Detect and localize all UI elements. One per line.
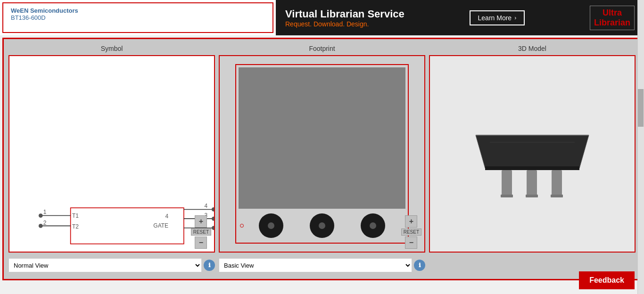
main-preview-area: Symbol 1 2 T1 T2 <box>2 38 642 280</box>
footprint-view-select[interactable]: Basic View Normal View <box>219 258 412 272</box>
model3d-canvas <box>430 56 635 252</box>
footprint-panel-content: + RESET − <box>219 55 425 253</box>
svg-point-14 <box>212 226 214 230</box>
model3d-panel-title: 3D Model <box>429 44 636 53</box>
ad-subtitle: Request. Download. Design. <box>285 20 405 28</box>
symbol-panel: Symbol 1 2 T1 T2 <box>8 44 215 253</box>
svg-text:1: 1 <box>43 209 47 215</box>
svg-point-3 <box>39 213 43 218</box>
learn-more-button[interactable]: Learn More › <box>470 10 525 25</box>
svg-point-4 <box>39 224 43 228</box>
svg-rect-22 <box>502 170 512 196</box>
svg-point-12 <box>212 207 214 212</box>
scrollbar[interactable] <box>637 0 644 294</box>
footprint-zoom-controls: + RESET − <box>401 215 421 249</box>
footprint-info-button[interactable]: ℹ <box>414 260 425 271</box>
pin-hole-2 <box>310 213 334 238</box>
manufacturer-name: WeEN Semiconductors <box>11 7 265 14</box>
footprint-reset-button[interactable]: RESET <box>401 229 421 236</box>
footprint-pins <box>236 209 408 243</box>
svg-text:GATE: GATE <box>153 222 168 229</box>
model3d-svg <box>462 107 603 201</box>
bottom-controls-bar: Normal View Basic View ℹ Basic View Norm… <box>8 256 636 274</box>
svg-rect-24 <box>552 170 562 196</box>
symbol-zoom-minus-button[interactable]: − <box>195 237 207 249</box>
pin-hole-1-inner <box>268 222 274 229</box>
symbol-zoom-controls: + RESET − <box>191 215 211 249</box>
footprint-panel: Footprint <box>219 44 425 253</box>
symbol-svg: 1 2 T1 T2 4 3 4 GATE <box>9 56 214 252</box>
ad-banner: Virtual Librarian Service Request. Downl… <box>276 0 644 35</box>
svg-point-13 <box>212 217 214 221</box>
symbol-info-button[interactable]: ℹ <box>204 260 215 271</box>
pin-hole-3 <box>361 213 385 238</box>
model3d-panel-content <box>429 55 636 253</box>
svg-rect-27 <box>551 195 563 197</box>
ul-brand-name: UltraLibrarian <box>594 8 630 28</box>
ultra-librarian-logo: UltraLibrarian <box>590 6 635 30</box>
footprint-panel-title: Footprint <box>219 44 425 53</box>
footprint-body <box>239 67 406 209</box>
feedback-button[interactable]: Feedback <box>579 271 635 289</box>
svg-text:2: 2 <box>43 220 47 226</box>
svg-marker-19 <box>476 135 589 168</box>
scrollbar-thumb[interactable] <box>638 89 644 127</box>
symbol-panel-content: 1 2 T1 T2 4 3 4 GATE <box>8 55 215 253</box>
pin-hole-3-inner <box>370 222 376 229</box>
svg-rect-26 <box>526 195 538 197</box>
arrow-icon: › <box>514 15 516 21</box>
part-number: BT136-600D <box>11 14 265 21</box>
footprint-canvas <box>220 56 424 252</box>
pin-small-dot <box>240 224 244 228</box>
svg-text:T1: T1 <box>72 212 79 219</box>
ad-text: Virtual Librarian Service Request. Downl… <box>285 8 405 28</box>
footprint-zoom-minus-button[interactable]: − <box>405 237 417 249</box>
svg-text:4: 4 <box>165 213 168 220</box>
symbol-zoom-plus-button[interactable]: + <box>195 215 207 228</box>
footprint-view-group: Basic View Normal View ℹ <box>219 258 425 272</box>
learn-more-label: Learn More <box>478 14 512 22</box>
symbol-view-select[interactable]: Normal View Basic View <box>8 258 202 272</box>
symbol-panel-title: Symbol <box>8 44 215 53</box>
pin-hole-1 <box>259 213 283 238</box>
ad-title: Virtual Librarian Service <box>285 8 405 20</box>
panels-row: Symbol 1 2 T1 T2 <box>8 44 636 253</box>
symbol-reset-button[interactable]: RESET <box>191 229 211 236</box>
svg-rect-25 <box>501 195 513 197</box>
svg-rect-23 <box>527 170 537 196</box>
symbol-view-group: Normal View Basic View ℹ <box>8 258 215 272</box>
svg-text:4: 4 <box>205 203 208 209</box>
svg-rect-21 <box>485 166 579 170</box>
part-info-card: WeEN Semiconductors BT136-600D <box>2 2 273 33</box>
svg-text:T2: T2 <box>72 223 79 230</box>
pin-hole-2-inner <box>319 222 325 229</box>
footprint-zoom-plus-button[interactable]: + <box>405 215 417 228</box>
footprint-inner <box>235 64 409 244</box>
model3d-panel: 3D Model <box>429 44 636 253</box>
